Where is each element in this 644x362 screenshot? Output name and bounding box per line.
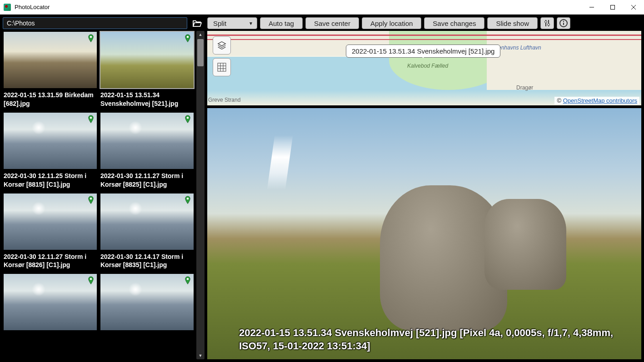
svg-point-17 <box>563 21 564 22</box>
thumbnail-item[interactable]: 2022-01-30 12.11.25 Storm i Korsør [8815… <box>3 112 98 191</box>
svg-rect-19 <box>218 63 226 71</box>
pin-icon <box>184 34 192 44</box>
pin-icon <box>87 114 95 124</box>
thumbnail-item[interactable] <box>3 273 98 331</box>
thumbnail-label: 2022-01-30 12.11.27 Storm i Korsør [8825… <box>100 170 195 191</box>
thumbnail-item[interactable]: 2022-01-15 13.31.59 Birkedam [682].jpg <box>3 31 98 110</box>
minimize-button[interactable] <box>581 0 602 14</box>
thumbnail-label: 2022-01-30 12.11.27 Storm i Korsør [8826… <box>3 251 98 272</box>
save-center-button[interactable]: Save center <box>305 17 359 29</box>
view-mode-label: Split <box>213 20 226 27</box>
map-label-dragor: Dragør <box>516 84 533 91</box>
svg-point-7 <box>187 117 189 119</box>
path-row <box>3 17 205 29</box>
thumbnail-image[interactable] <box>3 193 98 251</box>
window-controls <box>581 0 644 14</box>
map-controls <box>213 36 231 76</box>
save-changes-button[interactable]: Save changes <box>424 17 484 29</box>
svg-point-6 <box>90 117 92 119</box>
map-label-greve: Greve Strand <box>208 97 240 103</box>
pin-icon <box>87 195 95 205</box>
thumbnail-image[interactable] <box>100 112 195 170</box>
toolbar: Split ▼ Auto tag Save center Apply locat… <box>207 17 641 29</box>
thumbnail-grid: 2022-01-15 13.31.59 Birkedam [682].jpg20… <box>3 31 195 359</box>
sliders-icon <box>544 20 550 27</box>
svg-point-5 <box>187 36 189 38</box>
thumbnail-scrollbar[interactable]: ▲ ▼ <box>196 31 205 359</box>
info-icon <box>559 19 568 27</box>
chevron-down-icon: ▼ <box>249 21 253 26</box>
scroll-up-icon[interactable]: ▲ <box>196 31 205 38</box>
svg-point-4 <box>90 36 92 38</box>
thumbnail-label: 2022-01-30 12.14.17 Storm i Korsør [8835… <box>100 251 195 272</box>
pin-icon <box>184 114 192 124</box>
info-button[interactable] <box>557 17 570 29</box>
scroll-down-icon[interactable]: ▼ <box>196 352 205 359</box>
pin-icon <box>87 34 95 44</box>
svg-rect-1 <box>611 5 615 9</box>
map-marker-tooltip: 2022-01-15 13.51.34 Svenskeholmvej [521]… <box>346 45 500 58</box>
thumbnail-image[interactable] <box>3 31 98 89</box>
thumbnail-scroll-area: 2022-01-15 13.31.59 Birkedam [682].jpg20… <box>3 31 205 359</box>
thumbnail-image[interactable] <box>3 112 98 170</box>
app-body: 2022-01-15 13.31.59 Birkedam [682].jpg20… <box>0 15 644 362</box>
pin-icon <box>184 195 192 205</box>
preview-caption: 2022-01-15 13.51.34 Svenskeholmvej [521]… <box>239 326 632 353</box>
thumbnail-label: 2022-01-30 12.11.25 Storm i Korsør [8815… <box>3 170 98 191</box>
left-panel: 2022-01-15 13.31.59 Birkedam [682].jpg20… <box>3 17 205 359</box>
app-title: PhotoLocator <box>15 4 581 10</box>
thumbnail-label: 2022-01-15 13.51.34 Svenskeholmvej [521]… <box>100 89 195 110</box>
map-attribution-link[interactable]: OpenStreetMap contributors <box>563 97 637 104</box>
browse-folder-button[interactable] <box>190 17 205 29</box>
map-label-kalvebod: Kalvebod Fælled <box>407 63 448 69</box>
svg-point-14 <box>544 21 547 23</box>
app-icon <box>4 4 11 11</box>
thumbnail-item[interactable]: 2022-01-30 12.11.27 Storm i Korsør [8825… <box>100 112 195 191</box>
maximize-button[interactable] <box>602 0 623 14</box>
grid-icon <box>217 63 226 72</box>
folder-path-input[interactable] <box>3 17 187 29</box>
svg-point-11 <box>187 278 189 280</box>
map-attribution: © OpenStreetMap contributors <box>554 97 639 104</box>
map-layers-button[interactable] <box>213 36 231 55</box>
thumbnail-image[interactable] <box>100 193 195 251</box>
close-button[interactable] <box>623 0 644 14</box>
content-row: 2022-01-15 13.31.59 Birkedam [682].jpg20… <box>3 17 641 359</box>
apply-location-button[interactable]: Apply location <box>362 17 421 29</box>
svg-point-9 <box>187 198 189 200</box>
auto-tag-button[interactable]: Auto tag <box>260 17 303 29</box>
thumbnail-item[interactable]: 2022-01-15 13.51.34 Svenskeholmvej [521]… <box>100 31 195 110</box>
view-mode-dropdown[interactable]: Split ▼ <box>207 17 257 29</box>
image-preview[interactable]: 2022-01-15 13.51.34 Svenskeholmvej [521]… <box>207 108 641 359</box>
map-grid-button[interactable] <box>213 58 231 76</box>
folder-open-icon <box>192 19 202 27</box>
title-bar: PhotoLocator <box>0 0 644 15</box>
svg-point-8 <box>90 198 92 200</box>
thumbnail-image[interactable] <box>100 273 195 331</box>
svg-point-15 <box>547 24 549 26</box>
scrollbar-thumb[interactable] <box>197 39 204 66</box>
thumbnail-image[interactable] <box>3 273 98 331</box>
layers-icon <box>217 40 227 50</box>
map-area[interactable]: Kalvebod Fælled Dragør Københavns Luftha… <box>207 31 641 106</box>
thumbnail-item[interactable]: 2022-01-30 12.11.27 Storm i Korsør [8826… <box>3 193 98 272</box>
thumbnail-item[interactable] <box>100 273 195 331</box>
right-panel: Split ▼ Auto tag Save center Apply locat… <box>207 17 641 359</box>
settings-button[interactable] <box>540 17 554 29</box>
slide-show-button[interactable]: Slide show <box>487 17 538 29</box>
pin-icon <box>184 276 192 286</box>
svg-point-10 <box>90 278 92 280</box>
thumbnail-image[interactable] <box>100 31 195 89</box>
thumbnail-label: 2022-01-15 13.31.59 Birkedam [682].jpg <box>3 89 98 110</box>
pin-icon <box>87 276 95 286</box>
thumbnail-item[interactable]: 2022-01-30 12.14.17 Storm i Korsør [8835… <box>100 193 195 272</box>
